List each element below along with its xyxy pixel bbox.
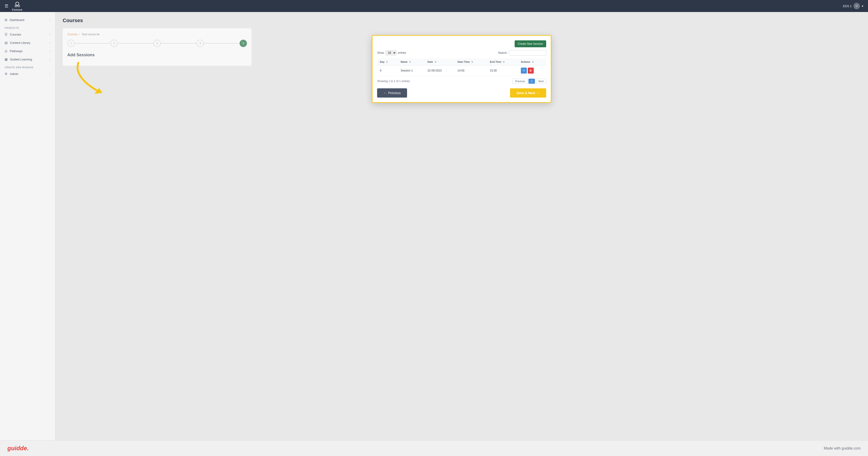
dashboard-icon: ⊞ — [5, 18, 7, 22]
sidebar-label-courses: Courses — [10, 33, 21, 36]
sidebar-label-pathways: Pathways — [10, 49, 23, 53]
pagination: Previous 1 Next — [513, 79, 546, 84]
sidebar-item-content-library[interactable]: ▤ Content Library › — [0, 38, 55, 47]
sidebar-label-admin: Admin — [10, 72, 19, 76]
sidebar-label-dashboard: Dashboard — [10, 18, 24, 22]
steps-row: 1 2 3 4 5 — [67, 40, 247, 47]
background-card: Courses / Test course ite 1 2 3 4 5 Add … — [63, 28, 252, 66]
edit-session-button[interactable]: ✎ — [521, 67, 527, 74]
modal-overlay: Create New Session Show 10 25 50 entries… — [372, 35, 552, 103]
sidebar-item-admin[interactable]: ⚙ Admin › — [0, 70, 55, 78]
logo-text: Censeo — [12, 8, 23, 11]
hamburger-icon[interactable]: ☰ — [5, 3, 8, 8]
pathways-chevron: › — [50, 50, 51, 52]
page-footer: guidde. Made with guidde.com — [0, 440, 868, 456]
breadcrumb: Courses / Test course ite — [67, 33, 247, 36]
products-section-label: PRODUCTS — [0, 24, 55, 30]
user-avatar: U — [854, 3, 860, 9]
step-line-3 — [161, 43, 196, 44]
dashboard-chevron: › — [50, 19, 51, 21]
end-time-sort-icon: ⇅ — [503, 61, 505, 63]
search-label: Search: — [498, 51, 507, 54]
actions-sort-icon: ⇅ — [532, 61, 534, 63]
user-label: EDS 1 — [843, 4, 851, 8]
sidebar-label-guided-learning: Guided Learning — [10, 58, 32, 61]
sidebar-item-pathways[interactable]: ◎ Pathways › — [0, 47, 55, 55]
step-5[interactable]: 5 — [240, 40, 247, 47]
table-controls: Show 10 25 50 entries Search: — [377, 50, 546, 56]
sidebar-label-content-library: Content Library — [10, 41, 30, 45]
sidebar: ⊞ Dashboard › PRODUCTS ☰ Courses › ▤ Con… — [0, 12, 55, 440]
cell-name: Session 1 — [398, 65, 425, 76]
table-footer: Showing 1 to 1 of 1 entries Previous 1 N… — [377, 79, 546, 84]
sidebar-item-guided-learning[interactable]: ▦ Guided Learning › — [0, 55, 55, 63]
save-next-button[interactable]: Save & Next → — [510, 88, 546, 97]
user-menu[interactable]: EDS 1 U ▾ — [843, 3, 863, 9]
action-buttons: ✎ 🗑 — [521, 67, 544, 74]
sessions-table: Day ⇅ Name ⇅ Date ⇅ Start Time ⇅ End Tim… — [377, 58, 546, 76]
step-4[interactable]: 4 — [196, 40, 204, 47]
courses-chevron: › — [50, 33, 51, 36]
logo-area: Censeo — [12, 1, 23, 11]
svg-point-2 — [18, 5, 20, 7]
page-title: Courses — [63, 18, 861, 24]
save-next-arrow-icon: → — [536, 91, 540, 95]
censeo-logo-icon — [13, 1, 21, 8]
sidebar-item-dashboard[interactable]: ⊞ Dashboard › — [0, 16, 55, 24]
search-input[interactable] — [509, 50, 546, 56]
breadcrumb-current: Test course ite — [82, 33, 99, 36]
entries-label: entries — [398, 51, 406, 54]
start-time-sort-icon: ⇅ — [471, 61, 473, 63]
pagination-page-1[interactable]: 1 — [528, 79, 535, 84]
show-label: Show — [377, 51, 384, 54]
svg-point-1 — [15, 5, 17, 7]
admin-icon: ⚙ — [5, 72, 8, 76]
step-1[interactable]: 1 — [67, 40, 75, 47]
nav-left: ☰ Censeo — [5, 1, 23, 11]
cell-day: 0 — [377, 65, 398, 76]
svg-marker-5 — [94, 88, 102, 94]
table-header-row: Day ⇅ Name ⇅ Date ⇅ Start Time ⇅ End Tim… — [377, 58, 546, 65]
modal-footer: ← Previous Save & Next → — [377, 88, 546, 97]
footer-tagline: Made with guidde.com — [824, 446, 861, 451]
table-row: 0 Session 1 22-09-2023 14:00 15:30 ✎ 🗑 — [377, 65, 546, 76]
table-header: Day ⇅ Name ⇅ Date ⇅ Start Time ⇅ End Tim… — [377, 58, 546, 65]
breadcrumb-courses-link[interactable]: Courses — [67, 33, 78, 36]
create-manage-section-label: CREATE AND MANAGE — [0, 63, 55, 70]
svg-point-0 — [16, 2, 19, 5]
cell-start-time: 14:00 — [455, 65, 487, 76]
step-line-4 — [204, 43, 240, 44]
content-library-chevron: › — [50, 41, 51, 44]
sidebar-item-courses[interactable]: ☰ Courses › — [0, 30, 55, 38]
pagination-next-button[interactable]: Next — [536, 79, 546, 84]
pagination-previous-button[interactable]: Previous — [513, 79, 528, 84]
show-entries: Show 10 25 50 entries — [377, 50, 406, 55]
step-line-1 — [75, 43, 110, 44]
cell-end-time: 15:30 — [487, 65, 518, 76]
content-area: Courses Courses / Test course ite 1 2 3 … — [55, 12, 868, 440]
col-start-time: Start Time ⇅ — [455, 58, 487, 65]
step-2[interactable]: 2 — [110, 40, 118, 47]
cell-date: 22-09-2023 — [425, 65, 455, 76]
pathways-icon: ◎ — [5, 49, 7, 53]
content-library-icon: ▤ — [5, 41, 8, 45]
name-sort-icon: ⇅ — [409, 61, 411, 63]
step-3[interactable]: 3 — [153, 40, 161, 47]
previous-button[interactable]: ← Previous — [377, 88, 407, 97]
delete-session-button[interactable]: 🗑 — [528, 67, 534, 74]
prev-arrow-icon: ← — [383, 91, 387, 95]
show-select[interactable]: 10 25 50 — [385, 50, 397, 55]
guided-learning-chevron: › — [50, 58, 51, 61]
table-body: 0 Session 1 22-09-2023 14:00 15:30 ✎ 🗑 — [377, 65, 546, 76]
guided-learning-icon: ▦ — [5, 57, 8, 61]
cell-actions: ✎ 🗑 — [518, 65, 546, 76]
date-sort-icon: ⇅ — [435, 61, 437, 63]
col-day: Day ⇅ — [377, 58, 398, 65]
main-layout: ⊞ Dashboard › PRODUCTS ☰ Courses › ▤ Con… — [0, 12, 868, 440]
search-area: Search: — [498, 50, 546, 56]
top-navigation: ☰ Censeo EDS 1 U ▾ — [0, 0, 868, 12]
col-end-time: End Time ⇅ — [487, 58, 518, 65]
courses-icon: ☰ — [5, 32, 8, 36]
create-new-session-button[interactable]: Create New Session — [515, 40, 546, 47]
col-name: Name ⇅ — [398, 58, 425, 65]
